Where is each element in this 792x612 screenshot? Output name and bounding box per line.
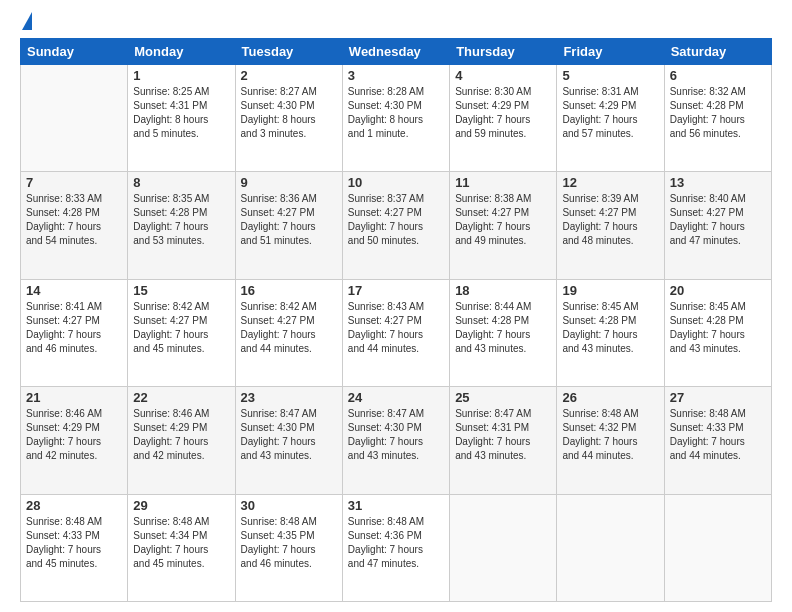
calendar-week-row: 1Sunrise: 8:25 AM Sunset: 4:31 PM Daylig… [21,65,772,172]
day-number: 23 [241,390,337,405]
day-number: 3 [348,68,444,83]
calendar-cell: 3Sunrise: 8:28 AM Sunset: 4:30 PM Daylig… [342,65,449,172]
calendar-cell: 22Sunrise: 8:46 AM Sunset: 4:29 PM Dayli… [128,387,235,494]
day-info: Sunrise: 8:47 AM Sunset: 4:30 PM Dayligh… [241,407,337,463]
calendar-cell [450,494,557,601]
day-number: 28 [26,498,122,513]
calendar-cell: 5Sunrise: 8:31 AM Sunset: 4:29 PM Daylig… [557,65,664,172]
calendar-week-row: 21Sunrise: 8:46 AM Sunset: 4:29 PM Dayli… [21,387,772,494]
day-info: Sunrise: 8:39 AM Sunset: 4:27 PM Dayligh… [562,192,658,248]
day-info: Sunrise: 8:42 AM Sunset: 4:27 PM Dayligh… [241,300,337,356]
day-number: 9 [241,175,337,190]
calendar-cell: 29Sunrise: 8:48 AM Sunset: 4:34 PM Dayli… [128,494,235,601]
calendar-cell: 11Sunrise: 8:38 AM Sunset: 4:27 PM Dayli… [450,172,557,279]
day-number: 16 [241,283,337,298]
day-number: 14 [26,283,122,298]
day-number: 7 [26,175,122,190]
calendar-cell [664,494,771,601]
day-number: 19 [562,283,658,298]
header [20,16,772,30]
day-number: 10 [348,175,444,190]
day-number: 15 [133,283,229,298]
calendar-cell: 24Sunrise: 8:47 AM Sunset: 4:30 PM Dayli… [342,387,449,494]
day-info: Sunrise: 8:40 AM Sunset: 4:27 PM Dayligh… [670,192,766,248]
header-friday: Friday [557,39,664,65]
day-number: 1 [133,68,229,83]
day-number: 8 [133,175,229,190]
day-info: Sunrise: 8:28 AM Sunset: 4:30 PM Dayligh… [348,85,444,141]
calendar-cell: 30Sunrise: 8:48 AM Sunset: 4:35 PM Dayli… [235,494,342,601]
logo [20,16,32,30]
calendar-cell: 2Sunrise: 8:27 AM Sunset: 4:30 PM Daylig… [235,65,342,172]
header-tuesday: Tuesday [235,39,342,65]
page: Sunday Monday Tuesday Wednesday Thursday… [0,0,792,612]
calendar-cell: 12Sunrise: 8:39 AM Sunset: 4:27 PM Dayli… [557,172,664,279]
day-info: Sunrise: 8:27 AM Sunset: 4:30 PM Dayligh… [241,85,337,141]
day-info: Sunrise: 8:48 AM Sunset: 4:35 PM Dayligh… [241,515,337,571]
day-number: 11 [455,175,551,190]
calendar-week-row: 7Sunrise: 8:33 AM Sunset: 4:28 PM Daylig… [21,172,772,279]
calendar-cell: 26Sunrise: 8:48 AM Sunset: 4:32 PM Dayli… [557,387,664,494]
day-number: 5 [562,68,658,83]
calendar-table: Sunday Monday Tuesday Wednesday Thursday… [20,38,772,602]
day-number: 30 [241,498,337,513]
logo-triangle-icon [22,12,32,30]
day-info: Sunrise: 8:37 AM Sunset: 4:27 PM Dayligh… [348,192,444,248]
day-number: 27 [670,390,766,405]
calendar-cell: 25Sunrise: 8:47 AM Sunset: 4:31 PM Dayli… [450,387,557,494]
day-info: Sunrise: 8:47 AM Sunset: 4:31 PM Dayligh… [455,407,551,463]
calendar-week-row: 28Sunrise: 8:48 AM Sunset: 4:33 PM Dayli… [21,494,772,601]
day-info: Sunrise: 8:30 AM Sunset: 4:29 PM Dayligh… [455,85,551,141]
day-info: Sunrise: 8:48 AM Sunset: 4:32 PM Dayligh… [562,407,658,463]
calendar-cell: 27Sunrise: 8:48 AM Sunset: 4:33 PM Dayli… [664,387,771,494]
day-info: Sunrise: 8:48 AM Sunset: 4:33 PM Dayligh… [26,515,122,571]
calendar-cell: 16Sunrise: 8:42 AM Sunset: 4:27 PM Dayli… [235,279,342,386]
day-number: 13 [670,175,766,190]
day-number: 6 [670,68,766,83]
day-info: Sunrise: 8:48 AM Sunset: 4:33 PM Dayligh… [670,407,766,463]
day-info: Sunrise: 8:46 AM Sunset: 4:29 PM Dayligh… [26,407,122,463]
day-number: 24 [348,390,444,405]
calendar-cell: 10Sunrise: 8:37 AM Sunset: 4:27 PM Dayli… [342,172,449,279]
calendar-cell: 15Sunrise: 8:42 AM Sunset: 4:27 PM Dayli… [128,279,235,386]
calendar-cell: 17Sunrise: 8:43 AM Sunset: 4:27 PM Dayli… [342,279,449,386]
day-number: 25 [455,390,551,405]
calendar-cell: 23Sunrise: 8:47 AM Sunset: 4:30 PM Dayli… [235,387,342,494]
calendar-cell: 20Sunrise: 8:45 AM Sunset: 4:28 PM Dayli… [664,279,771,386]
day-info: Sunrise: 8:41 AM Sunset: 4:27 PM Dayligh… [26,300,122,356]
day-info: Sunrise: 8:42 AM Sunset: 4:27 PM Dayligh… [133,300,229,356]
calendar-cell: 9Sunrise: 8:36 AM Sunset: 4:27 PM Daylig… [235,172,342,279]
day-info: Sunrise: 8:45 AM Sunset: 4:28 PM Dayligh… [670,300,766,356]
day-info: Sunrise: 8:45 AM Sunset: 4:28 PM Dayligh… [562,300,658,356]
day-info: Sunrise: 8:44 AM Sunset: 4:28 PM Dayligh… [455,300,551,356]
day-number: 31 [348,498,444,513]
day-info: Sunrise: 8:47 AM Sunset: 4:30 PM Dayligh… [348,407,444,463]
day-number: 4 [455,68,551,83]
day-number: 20 [670,283,766,298]
calendar-cell: 4Sunrise: 8:30 AM Sunset: 4:29 PM Daylig… [450,65,557,172]
calendar-week-row: 14Sunrise: 8:41 AM Sunset: 4:27 PM Dayli… [21,279,772,386]
day-info: Sunrise: 8:33 AM Sunset: 4:28 PM Dayligh… [26,192,122,248]
calendar-cell: 18Sunrise: 8:44 AM Sunset: 4:28 PM Dayli… [450,279,557,386]
day-info: Sunrise: 8:36 AM Sunset: 4:27 PM Dayligh… [241,192,337,248]
day-number: 26 [562,390,658,405]
calendar-cell [21,65,128,172]
calendar-cell: 28Sunrise: 8:48 AM Sunset: 4:33 PM Dayli… [21,494,128,601]
calendar-cell: 1Sunrise: 8:25 AM Sunset: 4:31 PM Daylig… [128,65,235,172]
header-saturday: Saturday [664,39,771,65]
day-number: 22 [133,390,229,405]
day-number: 21 [26,390,122,405]
header-sunday: Sunday [21,39,128,65]
calendar-cell: 31Sunrise: 8:48 AM Sunset: 4:36 PM Dayli… [342,494,449,601]
day-info: Sunrise: 8:32 AM Sunset: 4:28 PM Dayligh… [670,85,766,141]
calendar-cell: 6Sunrise: 8:32 AM Sunset: 4:28 PM Daylig… [664,65,771,172]
day-info: Sunrise: 8:43 AM Sunset: 4:27 PM Dayligh… [348,300,444,356]
calendar-cell [557,494,664,601]
day-number: 18 [455,283,551,298]
calendar-cell: 13Sunrise: 8:40 AM Sunset: 4:27 PM Dayli… [664,172,771,279]
day-info: Sunrise: 8:31 AM Sunset: 4:29 PM Dayligh… [562,85,658,141]
day-info: Sunrise: 8:25 AM Sunset: 4:31 PM Dayligh… [133,85,229,141]
day-number: 29 [133,498,229,513]
day-info: Sunrise: 8:38 AM Sunset: 4:27 PM Dayligh… [455,192,551,248]
calendar-cell: 21Sunrise: 8:46 AM Sunset: 4:29 PM Dayli… [21,387,128,494]
